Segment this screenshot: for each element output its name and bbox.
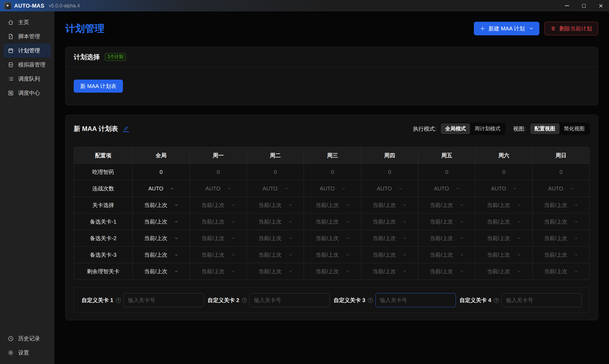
cell-select[interactable]: 当前/上次	[201, 202, 235, 209]
minimize-button[interactable]	[558, 0, 575, 11]
cell-select[interactable]: 当前/上次	[544, 268, 578, 275]
cell-select[interactable]: 当前/上次	[259, 251, 293, 259]
minimize-icon	[565, 5, 569, 6]
sidebar-item-settings[interactable]: 设置	[4, 346, 51, 360]
cell-select-value: 当前/上次	[373, 235, 396, 242]
table-cell: 当前/上次	[133, 197, 189, 213]
cell-select[interactable]: 当前/上次	[544, 235, 578, 242]
sidebar-item-emulator-management[interactable]: 模拟器管理	[4, 58, 51, 72]
cell-select[interactable]: 当前/上次	[259, 218, 293, 225]
cell-select[interactable]: AUTO	[548, 186, 574, 192]
cell-select[interactable]: 当前/上次	[316, 268, 350, 275]
cell-select[interactable]: 当前/上次	[316, 235, 350, 242]
cell-select[interactable]: AUTO	[206, 186, 231, 192]
help-icon[interactable]: ?	[368, 298, 373, 303]
cell-select[interactable]: 当前/上次	[373, 218, 407, 225]
custom-stage-4-input[interactable]	[501, 293, 582, 307]
cell-select-value: 当前/上次	[201, 251, 225, 259]
sidebar-item-label: 脚本管理	[18, 33, 40, 40]
cell-select[interactable]: 当前/上次	[430, 235, 464, 242]
help-icon[interactable]: ?	[116, 298, 121, 303]
new-maa-plan-button[interactable]: 新建 MAA 计划	[474, 22, 539, 35]
cell-select[interactable]: 当前/上次	[430, 202, 464, 209]
cell-select[interactable]: 当前/上次	[373, 202, 407, 209]
table-cell: 0	[190, 164, 247, 180]
cell-select[interactable]: AUTO	[320, 186, 345, 192]
maximize-button[interactable]	[575, 0, 592, 11]
cell-select[interactable]: 当前/上次	[316, 218, 350, 225]
table-cell: 当前/上次	[190, 197, 247, 213]
help-icon[interactable]: ?	[494, 298, 499, 303]
custom-stage-1-input[interactable]	[123, 293, 204, 307]
cell-select[interactable]: 当前/上次	[144, 235, 178, 242]
cell-select[interactable]: 当前/上次	[487, 235, 521, 242]
segment-global-mode[interactable]: 全局模式	[441, 123, 470, 134]
custom-stage-3-input[interactable]	[375, 293, 456, 307]
cell-select[interactable]: 当前/上次	[373, 268, 407, 275]
table-cell: 当前/上次	[533, 230, 589, 246]
cell-select[interactable]: 当前/上次	[430, 268, 464, 275]
sidebar-item-dispatch-queue[interactable]: 调度队列	[4, 72, 51, 86]
cell-select[interactable]: 当前/上次	[316, 251, 350, 259]
cell-select[interactable]: 当前/上次	[487, 202, 521, 209]
cell-select[interactable]: 当前/上次	[373, 235, 407, 242]
segment-config-view[interactable]: 配置视图	[530, 123, 560, 134]
sidebar-item-script-management[interactable]: 脚本管理	[4, 29, 51, 43]
cell-value[interactable]: 0	[388, 169, 391, 175]
cell-select[interactable]: 当前/上次	[201, 218, 235, 225]
cell-select[interactable]: 当前/上次	[373, 251, 407, 259]
cell-select[interactable]: AUTO	[491, 186, 517, 192]
delete-current-plan-button[interactable]: 删除当前计划	[544, 22, 598, 35]
cell-select[interactable]: 当前/上次	[201, 268, 235, 275]
cell-select[interactable]: 当前/上次	[544, 202, 578, 209]
cell-value[interactable]: 0	[331, 169, 334, 175]
table-cell: 当前/上次	[361, 263, 418, 280]
cell-select-value: 当前/上次	[144, 268, 167, 275]
cell-value[interactable]: 0	[160, 169, 163, 175]
cell-select[interactable]: 当前/上次	[144, 218, 178, 225]
cell-select[interactable]: 当前/上次	[544, 218, 578, 225]
cell-value[interactable]: 0	[274, 169, 277, 175]
cell-select[interactable]: 当前/上次	[487, 218, 521, 225]
cell-value[interactable]: 0	[502, 169, 505, 175]
segment-simple-view[interactable]: 简化视图	[560, 123, 589, 134]
chevron-down-icon	[285, 187, 288, 190]
sidebar-item-home[interactable]: 主页	[4, 15, 51, 29]
cell-select[interactable]: 当前/上次	[144, 202, 178, 209]
cell-select[interactable]: 当前/上次	[259, 235, 293, 242]
cell-select[interactable]: AUTO	[263, 186, 288, 192]
close-button[interactable]	[592, 0, 609, 11]
cell-select[interactable]: 当前/上次	[430, 218, 464, 225]
cell-select[interactable]: 当前/上次	[487, 268, 521, 275]
cell-select[interactable]: AUTO	[377, 186, 402, 192]
cell-select[interactable]: 当前/上次	[259, 202, 293, 209]
cell-value[interactable]: 0	[560, 169, 563, 175]
segment-weekly-mode[interactable]: 周计划模式	[470, 123, 505, 134]
cell-select[interactable]: 当前/上次	[487, 251, 521, 259]
table-cell: 0	[361, 164, 418, 180]
cell-select[interactable]: AUTO	[148, 186, 174, 192]
sidebar-item-history[interactable]: 历史记录	[4, 331, 51, 346]
cell-select[interactable]: 当前/上次	[201, 235, 235, 242]
custom-stage-2-input[interactable]	[249, 293, 330, 307]
cell-select-value: AUTO	[548, 186, 563, 192]
cell-value[interactable]: 0	[445, 169, 448, 175]
sidebar-item-dispatch-center[interactable]: 调度中心	[4, 86, 51, 100]
cell-select[interactable]: AUTO	[434, 186, 459, 192]
table-header-col-1: 全局	[133, 147, 189, 164]
cell-select[interactable]: 当前/上次	[316, 202, 350, 209]
chevron-down-icon	[232, 253, 235, 257]
cell-select[interactable]: 当前/上次	[259, 268, 293, 275]
sidebar-item-plan-management[interactable]: 计划管理	[4, 43, 51, 58]
plan-tab-button[interactable]: 新 MAA 计划表	[74, 80, 123, 93]
cell-select[interactable]: 当前/上次	[144, 251, 178, 259]
cell-select[interactable]: 当前/上次	[201, 251, 235, 259]
cell-select-value: AUTO	[377, 186, 392, 192]
cell-select[interactable]: 当前/上次	[144, 268, 178, 275]
cell-value[interactable]: 0	[217, 169, 220, 175]
table-cell: AUTO	[304, 180, 361, 197]
cell-select[interactable]: 当前/上次	[544, 251, 578, 259]
cell-select[interactable]: 当前/上次	[430, 251, 464, 259]
edit-plan-name-button[interactable]	[123, 126, 129, 132]
help-icon[interactable]: ?	[242, 298, 247, 303]
